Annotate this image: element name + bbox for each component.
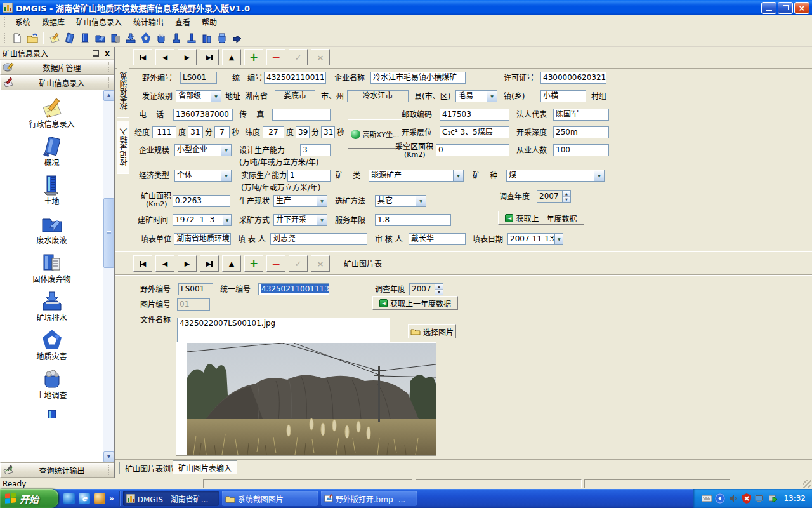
exit-arrow-icon[interactable] xyxy=(230,30,245,46)
security-alert-icon[interactable] xyxy=(742,493,752,504)
sidebar-group-database[interactable]: 数据库管理 xyxy=(0,60,114,75)
nav-cancel-button[interactable]: × xyxy=(311,49,330,65)
company-input[interactable]: 冷水江市毛易镇小横煤矿 xyxy=(370,72,466,84)
tab-photo-input[interactable]: 矿山图片表输入 xyxy=(173,460,237,474)
dropdown-arrow-icon[interactable]: ▼ xyxy=(317,215,327,225)
dropdown-arrow-icon[interactable]: ▼ xyxy=(211,91,221,102)
archive-icon[interactable] xyxy=(214,30,230,46)
dropdown-arrow-icon[interactable]: ▼ xyxy=(453,170,463,181)
nav-first-button[interactable]: ◀ xyxy=(133,255,152,272)
econ-select[interactable]: 个体▼ xyxy=(174,170,232,182)
built-date-select[interactable]: 1972- 1- 3▼ xyxy=(173,214,232,226)
keyboard-icon[interactable] xyxy=(702,493,712,504)
fill-date-select[interactable]: 2007-11-13▼ xyxy=(508,233,563,245)
gauss-xy-button[interactable]: 高斯XY坐... xyxy=(348,119,402,149)
menu-view[interactable]: 查看 xyxy=(169,15,196,29)
land-survey-icon[interactable] xyxy=(154,30,169,46)
spinner-arrows-icon[interactable]: ▲▼ xyxy=(435,284,443,295)
menu-stats-output[interactable]: 统计输出 xyxy=(128,15,169,29)
photo-prev-year-button[interactable]: ◄获取上一年度数据 xyxy=(372,296,458,310)
solid-waste-icon[interactable] xyxy=(108,30,123,46)
new-file-icon[interactable] xyxy=(10,30,25,46)
cert-level-select[interactable]: 省部级▼ xyxy=(176,90,221,102)
scale-select[interactable]: 小型企业▼ xyxy=(174,144,232,156)
nav-add-button[interactable]: + xyxy=(244,49,263,65)
sidebar-group-mine-entry[interactable]: 矿山信息录入 xyxy=(0,75,114,90)
legal-rep-input[interactable]: 陈国军 xyxy=(553,109,609,121)
sidebar-item-wastewater[interactable]: 废水废液 xyxy=(17,213,87,245)
level-gauge-icon[interactable] xyxy=(184,30,199,46)
dropdown-arrow-icon[interactable]: ▼ xyxy=(317,196,327,206)
dropdown-arrow-icon[interactable]: ▼ xyxy=(221,145,231,156)
nav-last-button[interactable]: ▶ xyxy=(200,49,219,65)
open-folder-icon[interactable] xyxy=(25,30,40,46)
scroll-up-icon[interactable]: ▲ xyxy=(103,90,114,101)
dropdown-arrow-icon[interactable]: ▼ xyxy=(221,170,231,181)
nav-prev-button[interactable]: ◀ xyxy=(155,255,174,272)
overview-icon[interactable] xyxy=(62,30,77,46)
spinner-arrows-icon[interactable]: ▲▼ xyxy=(562,191,570,202)
minimize-button[interactable] xyxy=(761,2,776,14)
nav-up-button[interactable]: ▲ xyxy=(222,49,241,65)
lat-sec-input[interactable]: 31 xyxy=(321,126,335,138)
restore-button[interactable] xyxy=(778,2,793,14)
nav-add-button[interactable]: + xyxy=(244,255,263,272)
sidebar-close-icon[interactable]: x xyxy=(103,49,112,58)
volume-icon[interactable] xyxy=(728,493,738,504)
language-bar-icon[interactable] xyxy=(715,493,725,504)
menu-mine-entry[interactable]: 矿山信息录入 xyxy=(70,15,128,29)
nav-up-button[interactable]: ▲ xyxy=(222,255,241,272)
select-picture-button[interactable]: 选择图片 xyxy=(408,324,456,338)
strata-input[interactable]: C₁c¹ 3、5煤层 xyxy=(440,126,509,138)
sidebar-item-solid-waste[interactable]: 固体废弃物 xyxy=(17,252,87,284)
nav-post-button[interactable]: ✓ xyxy=(289,255,308,272)
nav-delete-button[interactable]: − xyxy=(266,49,285,65)
depth-input[interactable]: 250m xyxy=(553,126,609,138)
mining-mode-select[interactable]: 井下开采▼ xyxy=(273,214,327,226)
outlook-icon[interactable] xyxy=(94,493,105,504)
menu-database[interactable]: 数据库 xyxy=(36,15,70,29)
lat-min-input[interactable]: 39 xyxy=(296,126,310,138)
dressing-select[interactable]: 其它▼ xyxy=(375,195,426,207)
nav-post-button[interactable]: ✓ xyxy=(289,49,308,65)
nav-first-button[interactable]: ◀ xyxy=(133,49,152,65)
sidebar-item-land[interactable]: 土地 xyxy=(17,175,87,206)
sidebar-item-admin-info[interactable]: 行政信息录入 xyxy=(17,97,87,129)
vtab-record-input[interactable]: 按记录输入 xyxy=(117,121,129,174)
phone-input[interactable]: 13607387000 xyxy=(173,109,233,121)
land-icon[interactable] xyxy=(77,30,93,46)
prev-year-button[interactable]: ◄获取上一年度数据 xyxy=(498,211,584,225)
nav-cancel-button[interactable]: × xyxy=(311,255,330,272)
town-input[interactable]: 小横 xyxy=(540,90,586,102)
nav-prev-button[interactable]: ◀ xyxy=(155,49,174,65)
menu-system[interactable]: 系统 xyxy=(10,15,36,29)
sidebar-scrollbar[interactable]: ▲ ▼ xyxy=(103,90,114,462)
nav-delete-button[interactable]: − xyxy=(266,255,285,272)
prod-status-select[interactable]: 生产▼ xyxy=(273,195,327,207)
dropdown-arrow-icon[interactable]: ▼ xyxy=(487,91,497,102)
dropdown-arrow-icon[interactable]: ▼ xyxy=(554,234,563,244)
nav-next-button[interactable]: ▶ xyxy=(178,49,197,65)
task-dmgis[interactable]: DMGIS - 湖南省矿... xyxy=(123,491,219,506)
county-select[interactable]: 毛易▼ xyxy=(455,90,497,102)
vtab-table-browse[interactable]: 按表格浏览 xyxy=(117,65,129,118)
dropdown-arrow-icon[interactable]: ▼ xyxy=(416,196,426,206)
internet-explorer-icon[interactable]: e xyxy=(79,493,90,504)
license-input[interactable]: 4300000620321 xyxy=(540,72,606,84)
update-icon[interactable] xyxy=(768,493,778,504)
quick-launch-overflow-icon[interactable]: » xyxy=(109,494,114,503)
photo-survey-year-spinner[interactable]: 2007▲▼ xyxy=(409,283,443,295)
area-input[interactable]: 0.2263 xyxy=(173,195,230,207)
photo-no-input[interactable]: 01 xyxy=(177,298,210,311)
postcode-input[interactable]: 417503 xyxy=(440,109,509,121)
field-no-input[interactable]: LS001 xyxy=(180,72,217,84)
start-button[interactable]: 开始 xyxy=(0,489,58,508)
buildings-icon[interactable] xyxy=(199,30,214,46)
goaf-input[interactable]: 0 xyxy=(436,144,509,156)
sidebar-item-geo-hazard[interactable]: 地质灾害 xyxy=(17,330,87,361)
messenger-icon[interactable] xyxy=(63,493,75,504)
auditor-input[interactable]: 戴长华 xyxy=(409,233,466,245)
task-bmp-paint[interactable]: 野外版打开.bmp -... xyxy=(321,491,417,506)
lon-min-input[interactable]: 31 xyxy=(188,126,203,138)
geo-hazard-icon[interactable] xyxy=(138,30,154,46)
